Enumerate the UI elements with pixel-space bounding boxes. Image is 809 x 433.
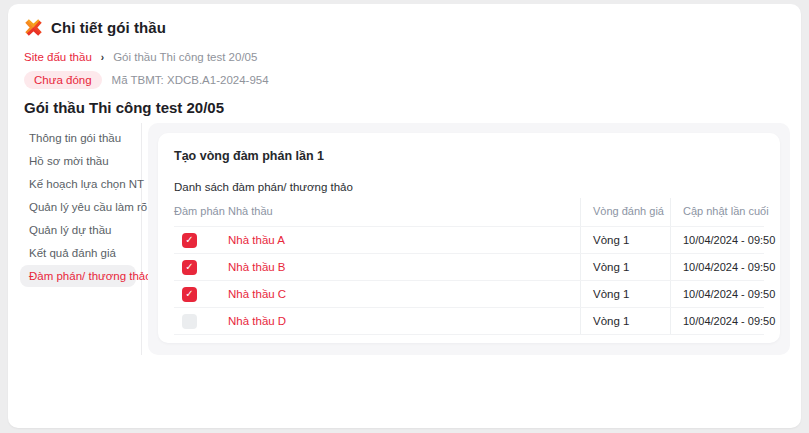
status-badge: Chưa đóng	[24, 71, 102, 89]
list-title: Danh sách đàm phán/ thương thảo	[174, 181, 764, 193]
table-row: Nhà thầu D Vòng 1 10/04/2024 - 09:50	[174, 307, 764, 334]
sidebar-nav: Thông tin gói thầuHồ sơ mời thầuKế hoạch…	[8, 123, 142, 355]
package-title: Gói thầu Thi công test 20/05	[24, 99, 785, 116]
contractor-link[interactable]: Nhà thầu C	[228, 288, 286, 300]
sidebar-item[interactable]: Hồ sơ mời thầu	[20, 150, 136, 172]
tbmt-code: Mã TBMT: XDCB.A1-2024-954	[112, 74, 269, 86]
contractor-cell: Nhà thầu C	[228, 281, 580, 307]
sidebar-item[interactable]: Quản lý yêu cầu làm rõ	[20, 196, 136, 218]
contractor-link[interactable]: Nhà thầu A	[228, 234, 285, 246]
negotiation-checkbox[interactable]: ✓	[182, 233, 197, 248]
contractor-cell: Nhà thầu A	[228, 227, 580, 253]
last-updated-cell: 10/04/2024 - 09:50	[670, 254, 764, 280]
round-cell: Vòng 1	[580, 308, 670, 334]
sidebar-item[interactable]: Kế hoạch lựa chọn NT	[20, 173, 136, 195]
round-cell: Vòng 1	[580, 281, 670, 307]
negotiation-table: Đàm phán Nhà thầu Vòng đánh giá Cập nhật…	[174, 198, 764, 335]
negotiation-checkbox-cell	[174, 308, 228, 334]
contractor-link[interactable]: Nhà thầu D	[228, 315, 286, 327]
column-header-round: Vòng đánh giá	[580, 198, 670, 226]
contractor-cell: Nhà thầu D	[228, 308, 580, 334]
column-header-negotiate: Đàm phán	[174, 198, 228, 226]
content-panel: Tạo vòng đàm phán lần 1 Danh sách đàm ph…	[148, 123, 790, 355]
table-header-row: Đàm phán Nhà thầu Vòng đánh giá Cập nhật…	[174, 198, 764, 226]
column-header-contractor: Nhà thầu	[228, 198, 580, 226]
breadcrumb-root-link[interactable]: Site đấu thầu	[24, 51, 92, 63]
negotiation-checkbox-cell: ✓	[174, 281, 228, 307]
sidebar-item[interactable]: Đàm phán/ thương thảo	[20, 265, 136, 287]
round-cell: Vòng 1	[580, 254, 670, 280]
negotiation-checkbox[interactable]: ✓	[182, 287, 197, 302]
table-row: ✓ Nhà thầu B Vòng 1 10/04/2024 - 09:50	[174, 253, 764, 280]
last-updated-cell: 10/04/2024 - 09:50	[670, 227, 764, 253]
sidebar-item[interactable]: Thông tin gói thầu	[20, 127, 136, 149]
page-header: Chi tiết gói thầu Site đấu thầu › Gói th…	[8, 4, 801, 116]
breadcrumb: Site đấu thầu › Gói thầu Thi công test 2…	[24, 51, 785, 63]
negotiation-checkbox[interactable]: ✓	[182, 260, 197, 275]
round-cell: Vòng 1	[580, 227, 670, 253]
breadcrumb-current: Gói thầu Thi công test 20/05	[113, 51, 257, 63]
last-updated-cell: 10/04/2024 - 09:50	[670, 308, 764, 334]
negotiation-checkbox-cell: ✓	[174, 227, 228, 253]
table-row: ✓ Nhà thầu C Vòng 1 10/04/2024 - 09:50	[174, 280, 764, 307]
contractor-cell: Nhà thầu B	[228, 254, 580, 280]
breadcrumb-separator-icon: ›	[101, 52, 104, 63]
negotiation-checkbox[interactable]	[182, 314, 197, 329]
contractor-link[interactable]: Nhà thầu B	[228, 261, 286, 273]
last-updated-cell: 10/04/2024 - 09:50	[670, 281, 764, 307]
negotiation-checkbox-cell: ✓	[174, 254, 228, 280]
sidebar-item[interactable]: Kết quả đánh giá	[20, 242, 136, 264]
app-card: Chi tiết gói thầu Site đấu thầu › Gói th…	[8, 4, 801, 428]
column-header-last-updated: Cập nhật lần cuối	[670, 198, 764, 226]
table-row: ✓ Nhà thầu A Vòng 1 10/04/2024 - 09:50	[174, 226, 764, 253]
x-chevrons-logo-icon	[24, 18, 43, 37]
section-title: Tạo vòng đàm phán lần 1	[174, 133, 764, 163]
page-title: Chi tiết gói thầu	[51, 19, 166, 36]
negotiation-card: Tạo vòng đàm phán lần 1 Danh sách đàm ph…	[158, 133, 780, 343]
sidebar-item[interactable]: Quản lý dự thầu	[20, 219, 136, 241]
